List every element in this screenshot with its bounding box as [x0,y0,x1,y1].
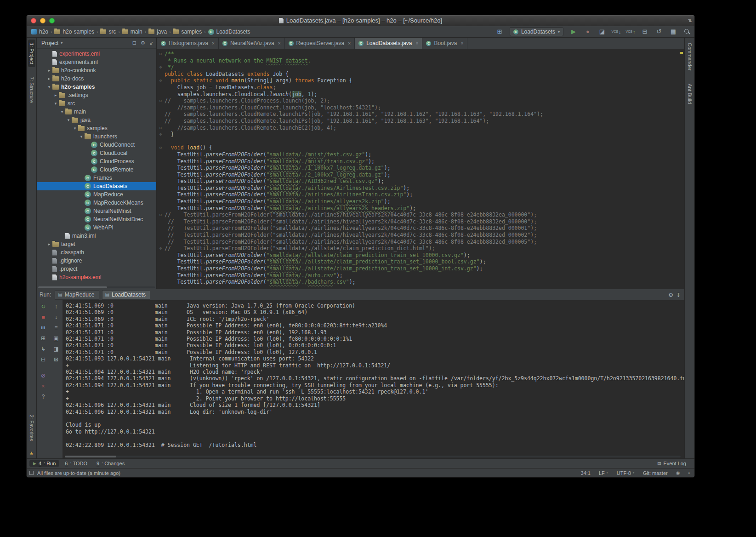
tree-item-frames[interactable]: CFrames [37,174,156,182]
tree-item-cloudremote[interactable]: CCloudRemote [37,166,156,174]
rerun-icon[interactable]: ↻ [39,303,48,310]
update-project-icon[interactable]: VCS↓ [612,28,620,36]
collapse-all-icon[interactable]: ⊟ [132,40,136,46]
stripe-button-commander[interactable]: Commander [686,40,693,74]
snapshot-icon[interactable]: ◨ [51,345,61,353]
stripe-button-7-structure[interactable]: 7: Structure [28,74,35,106]
fold-marker-icon[interactable]: ⊖ [157,64,165,71]
editor-scrollbar[interactable] [678,49,684,289]
tab-boot-java[interactable]: CBoot.java× [422,38,467,49]
toolwindow-button-run[interactable]: ▶4: Run [29,460,59,467]
help-icon[interactable]: ? [39,393,48,400]
close-icon[interactable]: × [278,41,281,46]
coverage-icon[interactable]: ◪ [598,28,606,36]
console-scrollbar-horizontal[interactable] [65,456,681,457]
tab-requestserver-java[interactable]: CRequestServer.java× [285,38,355,49]
settings-icon[interactable]: ⚙ [668,292,673,298]
soft-wrap-icon[interactable]: ≡ [51,324,61,331]
tree-item--project[interactable]: .project [37,265,156,273]
expand-arrow-icon[interactable]: ▾ [72,126,78,131]
vcs-branch-widget[interactable]: Git: master [643,470,668,476]
titlebar[interactable]: LoadDatasets.java – [h2o-samples] – h2o … [27,15,694,26]
zoom-window-button[interactable] [49,18,55,23]
down-stack-icon[interactable]: ↓ [51,313,61,321]
tree-item--gitignore[interactable]: .gitignore [37,257,156,265]
close-window-button[interactable] [31,18,36,23]
console-output[interactable]: 02:41:51.069 :0 main Java version: Java … [63,300,684,458]
expand-arrow-icon[interactable]: ▾ [52,101,59,106]
run-config-select[interactable]: CLoadDatasets▾ [510,27,563,36]
breadcrumb-item-src[interactable]: src [100,29,116,35]
toolwindow-button-changes[interactable]: 9: Changes [93,460,128,467]
breadcrumb-item-samples[interactable]: samples [173,29,202,35]
tree-item-target[interactable]: ▸target [37,240,156,248]
tree-item-launchers[interactable]: ▾launchers [37,132,156,141]
tab-loaddatasets-java[interactable]: CLoadDatasets.java× [355,38,422,49]
mute-icon[interactable]: ⊘ [39,371,48,379]
tree-item-webapi[interactable]: CWebAPI [37,223,156,232]
stripe-button-2-favorites[interactable]: 2: Favorites [28,411,35,444]
run-icon[interactable]: ▶ [569,28,578,36]
tree-item-experiments-eml[interactable]: experiments.eml [37,50,156,58]
fold-marker-icon[interactable]: ⊖ [157,51,165,57]
tree-item--settings[interactable]: ▸.settings [37,91,156,99]
up-stack-icon[interactable]: ↑ [51,303,61,310]
tree-item-cloudprocess[interactable]: CCloudProcess [37,157,156,166]
breadcrumb-item-LoadDatasets[interactable]: CLoadDatasets [208,29,250,35]
tree-item--classpath[interactable]: .classpath [37,248,156,257]
search-everywhere-icon[interactable] [683,28,691,35]
fold-marker-icon[interactable]: ⊖ [157,125,165,131]
expand-arrow-icon[interactable]: ▾ [65,118,72,122]
clear-all-icon[interactable]: ⊠ [51,355,61,363]
fold-marker-icon[interactable]: ⊖ [157,77,165,84]
fold-marker-icon[interactable]: ⊖ [157,131,165,138]
tree-item-mapreduce[interactable]: CMapReduce [37,190,156,199]
tree-item-neuralnetmnist[interactable]: CNeuralNetMnist [37,207,156,215]
project-scrollbar-horizontal[interactable] [38,286,155,288]
tree-item-mapreducekmeans[interactable]: CMapReduceKMeans [37,199,156,207]
expand-arrow-icon[interactable]: ▸ [46,76,52,81]
tree-item-h2o-samples[interactable]: ▾h2o-samples [37,83,156,91]
toolwindow-toggle-icon[interactable] [29,471,34,475]
tab-neuralnetviz-java[interactable]: CNeuralNetViz.java× [219,38,285,49]
run-tab-loaddatasets[interactable]: ▤LoadDatasets [102,290,151,300]
rollback-icon[interactable]: ↺ [655,28,663,36]
expand-arrow-icon[interactable]: ▸ [46,68,52,73]
tree-item-neuralnetmnistdrec[interactable]: CNeuralNetMnistDrec [37,215,156,223]
project-view-selector[interactable]: Project▾ [41,40,132,46]
stripe-button-ant-build[interactable]: Ant Build [686,80,693,107]
tree-item-src[interactable]: ▾src [37,99,156,108]
scroll-to-end-icon[interactable]: ▣ [51,334,61,342]
tree-item-main3-iml[interactable]: main3.iml [37,232,156,240]
tree-item-samples[interactable]: ▾samples [37,124,156,132]
tree-item-h2o-samples-eml[interactable]: h2o-samples.eml [37,273,156,281]
expand-arrow-icon[interactable]: ▾ [78,134,85,139]
encoding-widget[interactable]: UTF-8÷ [617,470,635,476]
changes-icon[interactable]: ⊟ [641,28,649,36]
run-tab-mapreduce[interactable]: ▤MapReduce [55,290,99,300]
line-separator-widget[interactable]: LF÷ [599,470,608,476]
toolwindow-button-todo[interactable]: 6: TODO [61,460,91,467]
tree-item-cloudlocal[interactable]: CCloudLocal [37,149,156,157]
tree-item-loaddatasets[interactable]: CLoadDatasets [37,182,156,190]
minimize-window-button[interactable] [40,18,45,23]
breadcrumb-item-h2o[interactable]: h2o [31,29,48,35]
editor[interactable]: ⊖/** * Runs a neural network on the MNIS… [157,49,684,289]
expand-arrow-icon[interactable]: ▸ [52,93,59,97]
tree-item-experiments-iml[interactable]: experiments.iml [37,58,156,66]
expand-arrow-icon[interactable]: ▾ [46,85,52,89]
close-icon[interactable]: × [212,41,215,46]
close-icon[interactable]: × [416,41,419,46]
settings-icon[interactable]: ⚙ [141,40,145,46]
stop-icon[interactable]: ■ [39,313,48,321]
close-icon[interactable]: × [460,41,463,46]
close-icon[interactable]: × [39,382,48,390]
fullscreen-icon[interactable]: ◥◣ [688,18,691,23]
project-tree[interactable]: experiments.emlexperiments.iml▸h2o-cookb… [37,49,156,289]
expand-arrow-icon[interactable]: ▾ [59,109,65,114]
toolwindow-button-event-log[interactable]: ▤Event Log [654,460,690,467]
warning-stripe-mark[interactable] [680,52,683,54]
tree-item-cloudconnect[interactable]: CCloudConnect [37,141,156,149]
expand-arrow-icon[interactable]: ▸ [46,242,52,246]
tree-item-h2o-docs[interactable]: ▸h2o-docs [37,74,156,83]
